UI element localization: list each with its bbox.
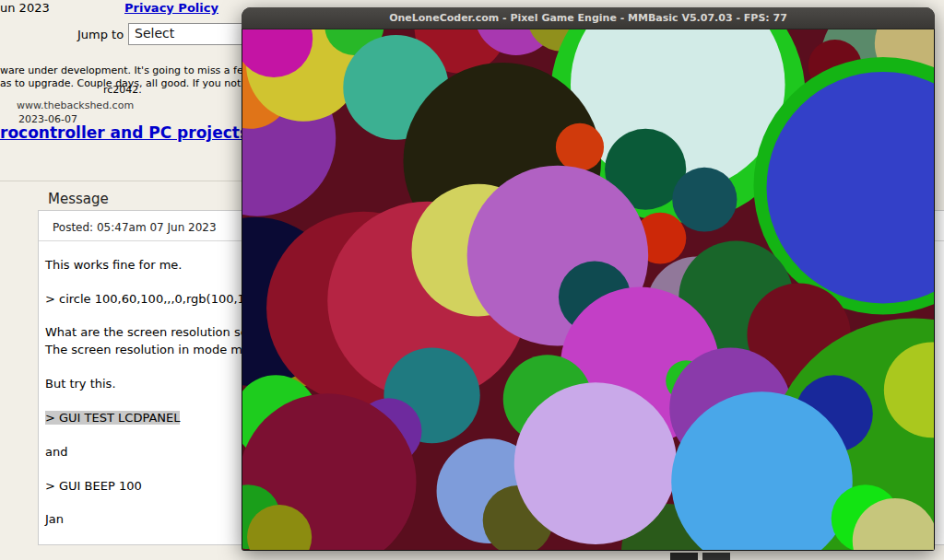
message-column-header: Message: [48, 191, 109, 207]
page-date-fragment: un 2023: [0, 1, 50, 15]
forum-section-link[interactable]: rocontroller and PC projects: [0, 123, 249, 142]
post-line: > GUI BEEP 100: [45, 479, 142, 493]
window-titlebar[interactable]: OneLoneCoder.com - Pixel Game Engine - M…: [242, 7, 935, 29]
site-notice-overlap-text: rc2042.: [103, 84, 142, 96]
site-url-text: www.thebackshed.com: [17, 99, 134, 111]
post-line: What are the screen resolution setti: [45, 325, 261, 339]
post-line: The screen resolution in mode must: [45, 343, 261, 356]
post-line: and: [45, 445, 67, 459]
taskbar-fragment-right[interactable]: [702, 553, 730, 560]
pixel-game-engine-window: OneLoneCoder.com - Pixel Game Engine - M…: [242, 7, 935, 551]
post-line: This works fine for me.: [45, 258, 182, 272]
privacy-policy-link[interactable]: Privacy Policy: [124, 1, 218, 15]
taskbar-fragment-left[interactable]: [670, 553, 698, 560]
post-line: But try this.: [45, 377, 116, 391]
window-body: [242, 29, 934, 550]
jump-to-select[interactable]: Select: [128, 23, 244, 45]
game-canvas[interactable]: [242, 29, 934, 550]
post-line: Jan: [45, 512, 64, 526]
selected-text: > GUI TEST LCDPANEL: [45, 411, 180, 425]
jump-to-label: Jump to: [77, 28, 124, 41]
jump-to-select-value: Select: [135, 26, 174, 41]
post-line: > circle 100,60,100,,,0,rgb(100,100,2: [45, 292, 272, 306]
window-title: OneLoneCoder.com - Pixel Game Engine - M…: [389, 12, 787, 24]
header-divider: [0, 181, 242, 181]
post-timestamp: Posted: 05:47am 07 Jun 2023: [53, 221, 217, 234]
post-line-highlighted: > GUI TEST LCDPANEL: [45, 411, 180, 425]
